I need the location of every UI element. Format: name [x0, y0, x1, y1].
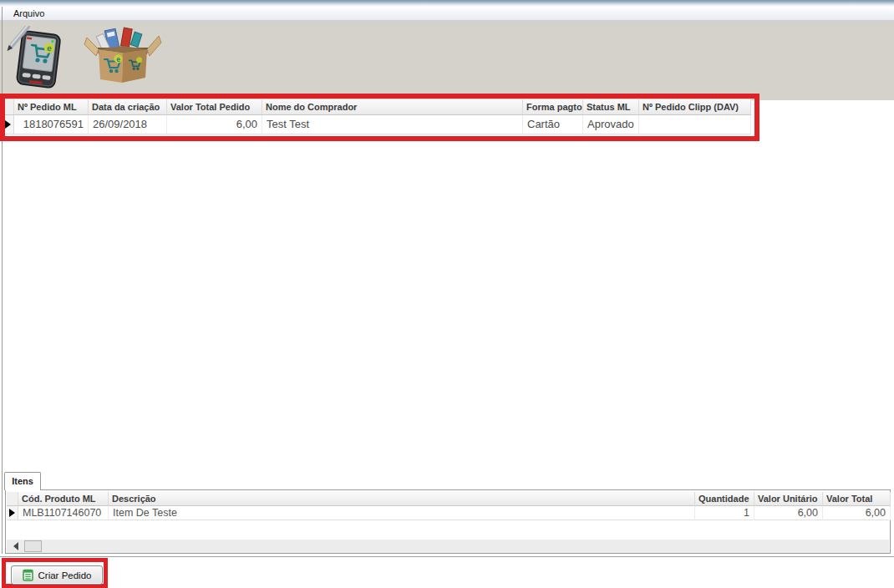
window-left-edge: [2, 7, 3, 554]
open-box-products-icon[interactable]: e: [84, 26, 162, 89]
items-col-quantidade[interactable]: Quantidade: [695, 492, 754, 506]
orders-col-pedido-ml[interactable]: Nº Pedido ML: [14, 99, 89, 115]
items-grid: Cód. Produto ML Descrição Quantidade Val…: [7, 492, 891, 520]
items-col-valor-unitario[interactable]: Valor Unitário: [754, 492, 823, 506]
tab-itens[interactable]: Itens: [4, 472, 41, 490]
create-order-icon: [23, 569, 33, 581]
menu-arquivo[interactable]: Arquivo: [10, 7, 48, 20]
cell-nome-comprador: Test Test: [262, 115, 523, 134]
items-grid-header: Cód. Produto ML Descrição Quantidade Val…: [7, 492, 891, 506]
cell-pedido-ml: 1818076591: [14, 115, 89, 134]
items-header-selector: [7, 492, 18, 506]
cell-valor-total: 6,00: [167, 115, 262, 134]
pda-order-icon[interactable]: e: [7, 26, 69, 98]
items-table-row[interactable]: MLB1107146070 Item De Teste 1 6,00 6,00: [7, 506, 891, 520]
orders-col-pedido-clipp[interactable]: Nº Pedido Clipp (DAV): [639, 99, 751, 115]
items-col-descricao[interactable]: Descrição: [109, 492, 695, 506]
items-col-cod-produto[interactable]: Cód. Produto ML: [18, 492, 109, 506]
cell-forma-pagto: Cartão: [523, 115, 583, 134]
cell-valor-unitario: 6,00: [754, 506, 823, 520]
row-selector-arrow-icon: [9, 509, 15, 517]
criar-pedido-button[interactable]: Criar Pedido: [11, 565, 103, 585]
items-col-valor-total[interactable]: Valor Total: [823, 492, 891, 506]
orders-col-data-criacao[interactable]: Data da criação: [89, 99, 167, 115]
orders-grid-header: Nº Pedido ML Data da criação Valor Total…: [3, 99, 754, 115]
orders-col-forma-pagto[interactable]: Forma pagto: [523, 99, 583, 115]
items-row-selector-cell: [7, 506, 18, 520]
form-bottom-edge: [0, 556, 894, 557]
window-top-edge: [0, 0, 894, 7]
cell-cod-produto: MLB1107146070: [18, 506, 109, 520]
cell-pedido-clipp: [639, 115, 751, 134]
orders-col-nome-comprador[interactable]: Nome do Comprador: [262, 99, 523, 115]
toolbar: e: [0, 21, 894, 100]
items-panel: Cód. Produto ML Descrição Quantidade Val…: [5, 489, 891, 554]
orders-grid: Nº Pedido ML Data da criação Valor Total…: [3, 99, 754, 134]
orders-table-row[interactable]: 1818076591 26/09/2018 6,00 Test Test Car…: [3, 115, 754, 134]
orders-col-valor-total[interactable]: Valor Total Pedido: [167, 99, 262, 115]
row-selector-arrow-icon: [5, 120, 11, 129]
menubar: Arquivo: [0, 7, 894, 21]
app-window: Arquivo e: [0, 0, 894, 588]
row-selector-cell: [3, 115, 14, 134]
cell-descricao: Item De Teste: [109, 506, 695, 520]
cell-status-ml: Aprovado: [583, 115, 639, 134]
scrollbar-thumb[interactable]: [24, 540, 42, 552]
scroll-left-arrow-icon[interactable]: [9, 540, 23, 552]
orders-col-status-ml[interactable]: Status ML: [583, 99, 639, 115]
items-horizontal-scrollbar[interactable]: [7, 540, 889, 553]
orders-header-selector: [3, 99, 14, 115]
cell-data-criacao: 26/09/2018: [89, 115, 167, 134]
cell-valor-total-item: 6,00: [823, 506, 891, 520]
left-triangle-glyph: [13, 542, 18, 550]
criar-pedido-label: Criar Pedido: [38, 570, 92, 580]
cell-quantidade: 1: [695, 506, 754, 520]
svg-text:e: e: [116, 55, 120, 63]
